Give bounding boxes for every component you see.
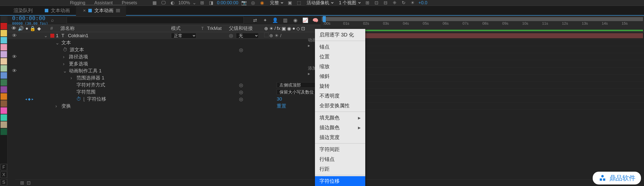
char-align-prop[interactable]: 字符对齐方式 ◎ 左侧或顶部 [8, 81, 321, 88]
text-group[interactable]: ⌄ 文本 动画: ▸ [8, 39, 321, 46]
offset-value[interactable]: 30 [277, 96, 282, 102]
pickwhip-icon[interactable]: ◎ [239, 82, 243, 88]
close-icon[interactable]: × [83, 8, 86, 13]
view-icon[interactable]: ▣ [287, 0, 293, 6]
transform-group[interactable]: › 变换 重置 [8, 103, 321, 110]
ctx-anchor[interactable]: 锚点 [315, 42, 365, 52]
label-seafoam[interactable] [1, 65, 7, 72]
label-peach[interactable] [1, 58, 7, 65]
label-lavender[interactable] [1, 51, 7, 58]
resolution-icon[interactable]: ⊞ [199, 0, 205, 6]
label-orange[interactable] [1, 93, 7, 100]
quality-dropdown[interactable]: 完整 [268, 0, 284, 6]
label-aqua[interactable] [1, 37, 7, 43]
source-text-prop[interactable]: ⏱ 源文本 ◎ [8, 46, 321, 53]
pixel-icon[interactable]: ⁜ [391, 0, 398, 6]
source-name-column[interactable]: 源名称 [58, 25, 171, 32]
current-timecode[interactable]: 0:00:00:00 [12, 15, 48, 21]
zoom-chevron-icon[interactable]: ⌄ [192, 0, 196, 6]
grid-icon[interactable]: ▦ [151, 0, 158, 6]
label-green[interactable] [1, 79, 7, 86]
label-pink[interactable] [1, 44, 7, 51]
pickwhip-icon[interactable]: ◎ [239, 96, 243, 102]
snapshot-icon[interactable]: 📷 [241, 0, 247, 6]
monitor-icon[interactable]: 🖵 [160, 0, 167, 6]
more-options-group[interactable]: › 更多选项 [8, 60, 321, 67]
camera-dropdown[interactable]: 活动摄像机 [305, 0, 334, 6]
tab-text-anim-1[interactable]: 文本动画 [39, 5, 76, 16]
next-kf-icon[interactable]: ▸ [32, 97, 33, 101]
label-sandstone[interactable] [1, 121, 7, 128]
visibility-icon[interactable]: 👁 [12, 68, 17, 74]
expression-enable-icon[interactable]: ⌊ [83, 96, 85, 102]
brain-icon[interactable]: 🧠 [312, 17, 319, 23]
blend-mode-dropdown[interactable]: 正常 [171, 33, 196, 38]
label-col-icon[interactable]: ◆ [37, 26, 41, 31]
channel-icon[interactable]: ◨ [208, 0, 214, 6]
solo-col-icon[interactable]: ● [25, 26, 28, 31]
tab-render-queue[interactable]: 渲染队列 [8, 5, 39, 16]
motion-blur-icon[interactable]: ◉ [292, 17, 299, 23]
label-none[interactable] [1, 16, 7, 22]
expression-pickwhip-icon[interactable]: ◎ [239, 47, 243, 53]
visibility-icon[interactable]: 👁 [12, 33, 17, 38]
mask-icon[interactable]: ◐ [169, 0, 176, 6]
twisty-icon[interactable]: › [70, 75, 76, 81]
ctx-all-transform[interactable]: 全部变换属性 [315, 101, 365, 111]
pickwhip-icon[interactable]: ◎ [229, 33, 233, 38]
ctx-enable-3d[interactable]: 启用逐字 3D 化 [315, 30, 365, 40]
toggle-modes-icon[interactable]: ⊡ [27, 180, 31, 186]
zoom-value[interactable]: 100% [178, 0, 190, 6]
toggle-f[interactable]: F [1, 164, 7, 170]
twisty-icon[interactable]: › [63, 54, 69, 60]
pickwhip-icon[interactable]: ◎ [239, 89, 243, 95]
label-blue[interactable] [1, 72, 7, 79]
animator-group[interactable]: 👁 ⌄ 动画制作工具 1 添加: ▸ [8, 67, 321, 74]
ctx-stroke-width[interactable]: 描边宽度 [315, 132, 365, 142]
ctx-position[interactable]: 位置 [315, 52, 365, 62]
draft-icon[interactable]: ✦ [262, 17, 268, 23]
prev-kf-icon[interactable]: ◂ [25, 97, 27, 101]
view-layout-icon[interactable]: ⊞ [364, 0, 371, 6]
panel-menu-icon[interactable] [116, 9, 120, 12]
ctx-fill-color[interactable]: 填充颜色▶ [315, 113, 365, 123]
toggle-x[interactable]: X [1, 171, 7, 178]
video-col-icon[interactable]: 👁 [12, 26, 16, 31]
ctx-rotation[interactable]: 旋转 [315, 81, 365, 91]
twisty-icon[interactable]: ⌄ [63, 68, 69, 74]
twisty-icon[interactable]: › [55, 103, 61, 109]
exposure-value[interactable]: +0.0 [418, 0, 427, 6]
layer-1-bar[interactable] [322, 33, 643, 38]
ctx-tracking[interactable]: 字符间距 [315, 145, 365, 154]
char-range-dropdown[interactable]: 保留大小写及数位 [277, 89, 319, 95]
twisty-icon[interactable]: ⌄ [55, 40, 61, 46]
kf-diamond-icon[interactable]: ◆ [28, 97, 31, 101]
search-input[interactable] [67, 17, 244, 24]
layer-bars-area[interactable] [321, 32, 644, 186]
keyframe-nav[interactable]: ◂ ◆ ▸ [25, 97, 33, 101]
mini-timecode[interactable]: 0:00:00:00 [217, 0, 238, 6]
views-dropdown[interactable]: 1 个视图 [337, 0, 361, 6]
ctx-stroke-color[interactable]: 描边颜色▶ [315, 123, 365, 132]
guides-icon[interactable]: ⊡ [373, 0, 380, 6]
label-fuchsia[interactable] [1, 107, 7, 114]
ctx-scale[interactable]: 缩放 [315, 62, 365, 71]
twisty-icon[interactable]: › [63, 61, 69, 67]
ruler-icon[interactable]: ⊟ [382, 0, 389, 6]
label-darkgreen[interactable] [1, 128, 7, 135]
layer-1[interactable]: 👁 ⌄ 1 T Coldrain1 正常 ◎ 无 [8, 32, 321, 39]
char-align-dropdown[interactable]: 左侧或顶部 [277, 82, 319, 88]
label-yellow[interactable] [1, 30, 7, 36]
range-selector-group[interactable]: › 范围选择器 1 [8, 74, 321, 81]
toggle-s[interactable]: S [1, 179, 7, 185]
ctx-line-spacing[interactable]: 行距 [315, 164, 365, 174]
label-red[interactable] [1, 23, 7, 29]
visibility-icon[interactable]: 👁 [12, 54, 17, 60]
ctx-skew[interactable]: 倾斜 [315, 71, 365, 81]
stopwatch-icon[interactable]: ⏱ [63, 47, 68, 53]
region-icon[interactable]: ◎ [250, 0, 256, 6]
shy-icon[interactable]: 👤 [272, 17, 278, 23]
ctx-opacity[interactable]: 不透明度 [315, 91, 365, 101]
label-brown[interactable] [1, 100, 7, 107]
layer-label-swatch[interactable] [50, 34, 54, 38]
